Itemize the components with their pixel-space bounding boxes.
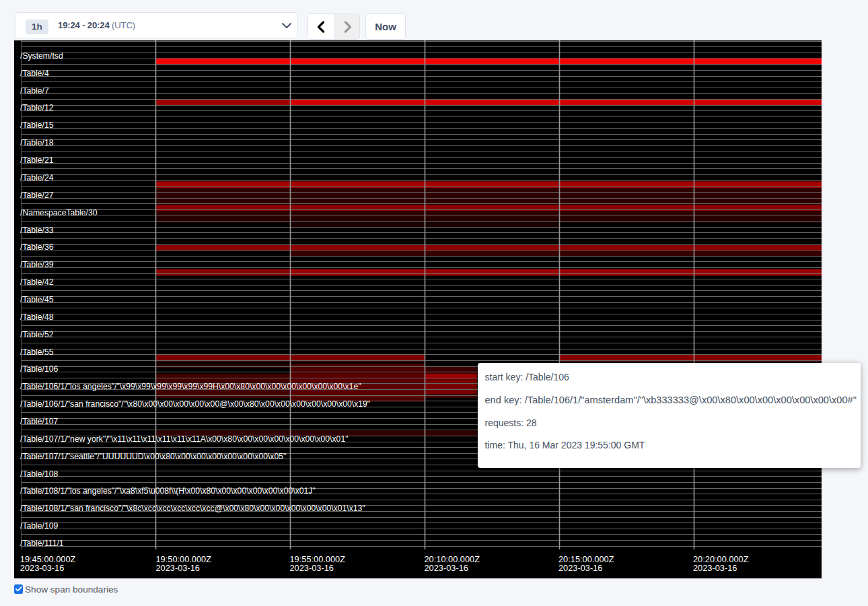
svg-text:/Table/107: /Table/107	[20, 417, 58, 426]
svg-text:/Table/107/1/"seattle"/"UUUUUU: /Table/107/1/"seattle"/"UUUUUUD\x00\x80\…	[20, 452, 286, 461]
svg-text:/Table/24: /Table/24	[20, 173, 54, 182]
svg-text:/NamespaceTable/30: /NamespaceTable/30	[20, 208, 98, 217]
svg-text:/Table/12: /Table/12	[20, 103, 54, 112]
svg-text:/Table/4: /Table/4	[20, 69, 49, 78]
svg-text:/Table/108/1/"los angeles"/"\x: /Table/108/1/"los angeles"/"\xa8\xf5\u00…	[20, 486, 316, 496]
svg-text:/Table/39: /Table/39	[20, 260, 54, 269]
svg-text:/Table/111/1: /Table/111/1	[20, 539, 64, 548]
svg-text:/Table/36: /Table/36	[20, 242, 54, 252]
svg-text:2023-03-16: 2023-03-16	[558, 563, 602, 573]
svg-text:/Table/106: /Table/106	[20, 364, 58, 374]
svg-text:/Table/21: /Table/21	[20, 156, 54, 165]
svg-text:/Table/109: /Table/109	[20, 521, 58, 531]
svg-text:/Table/7: /Table/7	[20, 86, 49, 96]
svg-text:/Table/18: /Table/18	[20, 138, 54, 147]
svg-text:/Table/48: /Table/48	[20, 312, 54, 322]
svg-text:/Table/108: /Table/108	[20, 469, 58, 479]
svg-text:2023-03-16: 2023-03-16	[425, 563, 468, 573]
svg-text:/Table/107/1/"new york"/"\x11\: /Table/107/1/"new york"/"\x11\x11\x11\x1…	[20, 434, 349, 444]
svg-text:2023-03-16: 2023-03-16	[156, 563, 200, 573]
svg-text:/Table/27: /Table/27	[20, 191, 54, 200]
svg-text:/Table/106/1/"los angeles"/"\x: /Table/106/1/"los angeles"/"\x99\x99\x99…	[20, 382, 361, 391]
svg-text:/Table/45: /Table/45	[20, 295, 54, 304]
svg-text:2023-03-16: 2023-03-16	[20, 563, 64, 573]
svg-text:2023-03-16: 2023-03-16	[693, 563, 737, 573]
svg-text:/System/tsd: /System/tsd	[20, 51, 63, 61]
svg-text:/Table/52: /Table/52	[20, 330, 54, 339]
svg-text:/Table/108/1/"san francisco"/": /Table/108/1/"san francisco"/"\x8c\xcc\x…	[20, 504, 365, 513]
svg-text:/Table/33: /Table/33	[20, 226, 54, 235]
svg-text:/Table/55: /Table/55	[20, 347, 54, 357]
svg-text:/Table/106/1/"san francisco"/": /Table/106/1/"san francisco"/"\x80\x00\x…	[20, 399, 370, 409]
svg-text:/Table/15: /Table/15	[20, 121, 54, 130]
svg-text:/Table/42: /Table/42	[20, 277, 54, 287]
svg-text:2023-03-16: 2023-03-16	[290, 563, 334, 573]
